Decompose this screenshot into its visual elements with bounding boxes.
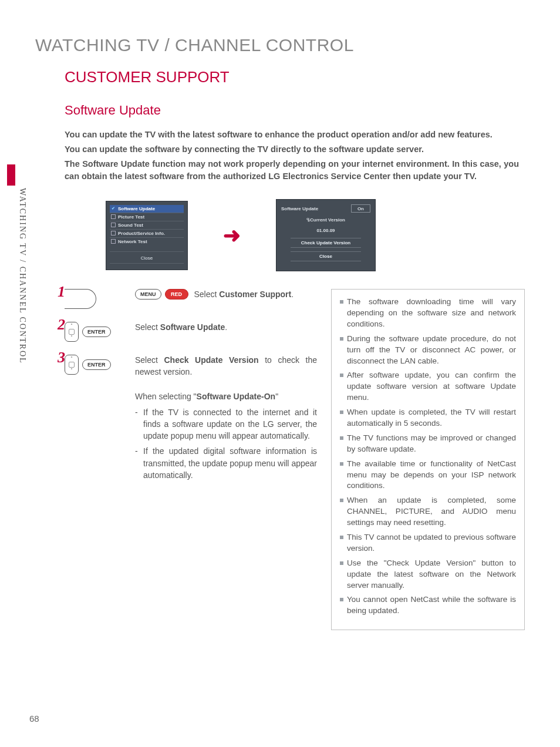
panel2-close-button: Close [291, 251, 361, 261]
customer-support-menu: ✔Software Update Picture Test Sound Test… [106, 201, 188, 270]
menu-item-label: Software Update [118, 206, 155, 211]
menu-close-button: Close [110, 251, 184, 264]
enter-key: ENTER [82, 359, 111, 370]
enter-key: ENTER [82, 327, 111, 337]
notes-box: The software downloading time will vary … [331, 289, 525, 630]
t: " [275, 392, 278, 401]
note-item: After software update, you can confirm t… [340, 370, 516, 403]
note-item: During the software update procedure, do… [340, 334, 516, 367]
note-item: Use the "Check Update Version" button to… [340, 558, 516, 591]
menu-item-picture-test: Picture Test [110, 213, 184, 221]
page-number: 68 [29, 714, 39, 724]
when-selecting-item: If the TV is connected to the internet a… [135, 406, 317, 442]
dpad-icon: ˄ ˅ [65, 355, 79, 375]
chevron-down-icon: ˅ [70, 335, 73, 340]
menu-item-product-service: Product/Service Info. [110, 230, 184, 238]
when-selecting-heading: When selecting "Software Update-On" [135, 391, 317, 402]
menu-item-sound-test: Sound Test [110, 221, 184, 230]
figure-row: ✔Software Update Picture Test Sound Test… [106, 199, 525, 271]
panel2-state: On [351, 204, 370, 213]
intro-p2: You can update the software by connectin… [65, 143, 519, 156]
chapter-title: WATCHING TV / CHANNEL CONTROL [35, 35, 525, 55]
chevron-down-icon: ˅ [70, 368, 73, 373]
note-item: The TV functions may be improved or chan… [340, 433, 516, 455]
menu-item-label: Picture Test [118, 214, 144, 220]
step-1-text: Select Customer Support. [194, 289, 318, 301]
step-3-text: Select Check Update Version to check the… [135, 355, 317, 378]
step-1: 1 MENU RED Select Customer Support. [65, 289, 317, 309]
t-bold: Customer Support [219, 290, 291, 299]
red-key: RED [165, 289, 188, 300]
side-accent [7, 164, 15, 186]
step-3: 3 ˄ ˅ ENTER Select Check Update Version … [65, 355, 317, 378]
note-item: When an update is completed, some CHANNE… [340, 495, 516, 529]
intro-p1: You can update the TV with the latest so… [65, 129, 519, 141]
arrow-right-icon: ➜ [223, 223, 241, 248]
t: Select [135, 355, 164, 365]
dpad-center-icon [69, 362, 75, 368]
lower-columns: 1 MENU RED Select Customer Support. 2 ˄ [65, 289, 525, 630]
step-number: 2 [58, 316, 65, 334]
menu-item-network-test: Network Test [110, 238, 184, 245]
left-column: 1 MENU RED Select Customer Support. 2 ˄ [65, 289, 317, 630]
note-item: You cannot open NetCast while the softwa… [340, 594, 516, 617]
section-title: CUSTOMER SUPPORT [65, 68, 525, 86]
note-item: The software downloading time will vary … [340, 297, 516, 330]
intro-block: You can update the TV with the latest so… [65, 129, 519, 183]
step-number: 3 [58, 349, 65, 366]
intro-p3: The Software Update function may not wor… [65, 158, 519, 183]
t-bold: Software Update-On [197, 392, 276, 401]
dpad-icon: ˄ ˅ [65, 322, 79, 342]
dpad-center-icon [69, 329, 75, 335]
t: When selecting " [135, 392, 197, 401]
menu-item-software-update: ✔Software Update [110, 205, 184, 213]
step-2-text: Select Software Update. [135, 322, 317, 334]
current-version-value: 01.00.09 [281, 228, 370, 233]
note-item: When update is completed, the TV will re… [340, 407, 516, 429]
t-bold: Check Update Version [164, 355, 258, 365]
t: . [291, 290, 294, 299]
menu-item-label: Product/Service Info. [118, 231, 165, 236]
t: Select [135, 322, 160, 332]
t: Select [194, 290, 220, 299]
menu-item-label: Network Test [118, 239, 147, 244]
t-bold: Software Update [160, 322, 225, 332]
t: . [225, 322, 227, 332]
subsection-title: Software Update [65, 103, 525, 118]
side-chapter-label: WATCHING TV / CHANNEL CONTROL [18, 188, 27, 364]
check-update-version-button: Check Update Version [291, 238, 361, 248]
current-version-label: ꔈCurrent Version [281, 217, 370, 223]
software-update-panel: Software Update On ꔈCurrent Version 01.0… [276, 199, 376, 271]
note-item: The available time or functionality of N… [340, 459, 516, 492]
when-selecting-item: If the updated digital software informat… [135, 445, 317, 481]
note-item: This TV cannot be updated to previous so… [340, 532, 516, 554]
step-2: 2 ˄ ˅ ENTER Select Software Update. [65, 322, 317, 342]
menu-item-label: Sound Test [118, 223, 143, 228]
remote-upper-icon [65, 289, 96, 309]
chevron-up-icon: ˄ [70, 356, 73, 361]
chevron-up-icon: ˄ [70, 324, 73, 328]
when-selecting-block: When selecting "Software Update-On" If t… [135, 391, 317, 481]
menu-key: MENU [135, 289, 161, 300]
panel2-title: Software Update [281, 206, 318, 211]
